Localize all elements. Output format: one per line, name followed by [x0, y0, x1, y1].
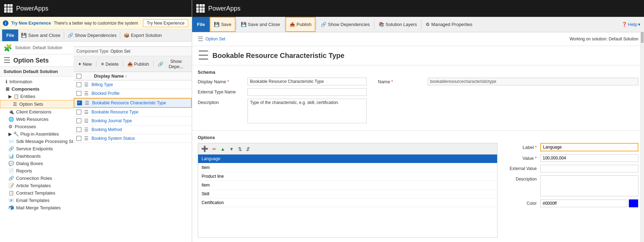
- list-item[interactable]: Product line: [198, 172, 497, 181]
- file-button-left[interactable]: File: [2, 30, 18, 41]
- table-row[interactable]: ☰ Booking Method: [74, 125, 192, 134]
- working-on-label: Working on solution: Default Solution: [569, 37, 638, 41]
- top-bar-right: PowerApps: [192, 0, 644, 17]
- show-deps-list-button[interactable]: 🔗 Show Depe...: [156, 58, 190, 70]
- opt-value-row: Value *: [502, 154, 638, 162]
- row-name[interactable]: Billing Type: [91, 82, 189, 87]
- row-name[interactable]: Bookable Resource Type: [91, 110, 189, 115]
- publish-button-right[interactable]: 📤 Publish: [285, 17, 316, 32]
- file-button-right[interactable]: File: [192, 17, 210, 32]
- waffle-icon-left[interactable]: [4, 4, 13, 13]
- sort-desc-button[interactable]: ⇵: [244, 145, 252, 153]
- move-up-button[interactable]: ▲: [219, 145, 227, 153]
- breadcrumb[interactable]: Option Set: [205, 37, 225, 41]
- name-input[interactable]: [428, 78, 638, 85]
- export-button-left[interactable]: 📦 Export Solution: [121, 32, 164, 39]
- save-close-button-right[interactable]: 💾 Save and Close: [237, 17, 284, 32]
- table-row[interactable]: ☰ Booking Journal Type: [74, 117, 192, 125]
- row-name[interactable]: Booking Journal Type: [91, 118, 189, 123]
- table-row[interactable]: ☰ Bookable Resource Type: [74, 108, 192, 117]
- opt-label-input[interactable]: [540, 143, 638, 151]
- row-checkbox[interactable]: [76, 136, 81, 141]
- export-icon-left: 📦: [124, 33, 129, 38]
- external-type-label: External Type Name: [198, 88, 243, 94]
- conn-roles-icon: 🔗: [8, 176, 14, 181]
- show-deps-button-right[interactable]: 🔗 Show Dependencies: [317, 17, 373, 32]
- list-item[interactable]: Item: [198, 163, 497, 172]
- row-checkbox[interactable]: [76, 82, 81, 87]
- add-option-button[interactable]: ➕: [199, 144, 210, 153]
- row-checkbox-checked[interactable]: [77, 100, 82, 105]
- row-checkbox[interactable]: [76, 91, 81, 96]
- opt-value-input[interactable]: [540, 154, 638, 162]
- solution-layers-button[interactable]: 📚 Solution Layers: [375, 17, 421, 32]
- option-sets-nav-icon: ☰: [13, 102, 17, 107]
- save-close-button-left[interactable]: 💾 Save and Close: [18, 32, 63, 39]
- select-all-checkbox[interactable]: [76, 74, 81, 79]
- external-type-input[interactable]: [248, 88, 367, 96]
- help-button[interactable]: ❓ Help ▾: [618, 20, 644, 28]
- publish-option-set-button[interactable]: 📤 Publish: [125, 60, 151, 68]
- publish-icon-right: 📤: [290, 22, 295, 27]
- save-button[interactable]: 💾 Save: [210, 17, 236, 32]
- description-textarea[interactable]: Type of the characteristic, e.g. skill, …: [248, 99, 367, 123]
- edit-option-button[interactable]: ✏: [211, 145, 218, 153]
- list-item[interactable]: Language: [198, 155, 497, 163]
- opt-label-label: Label *: [502, 145, 537, 150]
- top-bar-left: PowerApps: [0, 0, 192, 17]
- row-checkbox[interactable]: [76, 127, 81, 132]
- scrollbar-thumb[interactable]: [641, 32, 644, 43]
- list-item[interactable]: Certification: [198, 198, 497, 207]
- list-item[interactable]: Skill: [198, 190, 497, 198]
- delete-option-set-button[interactable]: ✕ Delete: [99, 60, 121, 68]
- opt-external-value-input[interactable]: [540, 165, 638, 172]
- try-new-experience-button[interactable]: Try New Experience: [143, 19, 189, 27]
- display-name-row: Display Name * Name *: [198, 78, 638, 85]
- row-name-selected[interactable]: Bookable Resource Characteristic Type: [92, 100, 188, 105]
- table-row[interactable]: ☰ Billing Type: [74, 80, 192, 89]
- app-title-left: PowerApps: [16, 5, 48, 12]
- row-checkbox[interactable]: [76, 110, 81, 115]
- sort-asc-button[interactable]: ⇅: [236, 145, 244, 153]
- opt-desc-row: Description: [502, 175, 638, 196]
- display-name-input[interactable]: [248, 78, 367, 85]
- move-down-button[interactable]: ▼: [228, 145, 236, 153]
- row-icon: ☰: [84, 118, 89, 124]
- sort-arrow[interactable]: ↑: [125, 74, 127, 78]
- row-icon: ☰: [84, 82, 89, 87]
- list-item[interactable]: Item: [198, 181, 497, 190]
- row-name[interactable]: Blocked Profile: [91, 91, 189, 96]
- detail-header-bar: ☰ Option Set Working on solution: Defaul…: [192, 32, 644, 46]
- color-input[interactable]: [540, 200, 627, 207]
- options-section: Options ➕ ✏ ▲ ▼: [192, 131, 644, 242]
- right-panel: PowerApps File 💾 Save 💾 Save and Close 📤…: [192, 0, 644, 242]
- opt-external-value-label: External Value: [502, 166, 537, 171]
- table-row-selected[interactable]: ☰ Bookable Resource Characteristic Type: [74, 98, 192, 108]
- save-icon: 💾: [214, 22, 219, 27]
- table-row[interactable]: ☰ Booking System Status: [74, 134, 192, 143]
- row-icon: ☰: [85, 100, 89, 106]
- show-deps-button-left[interactable]: 🔗 Show Dependencies: [65, 32, 119, 39]
- scrollbar-right[interactable]: [640, 32, 644, 242]
- detail-title: Bookable Resource Characteristic Type: [212, 52, 344, 60]
- managed-props-button[interactable]: ⚙ Managed Properties: [422, 17, 476, 32]
- color-swatch[interactable]: [629, 199, 638, 208]
- file-toolbar-right: File 💾 Save 💾 Save and Close 📤 Publish 🔗…: [192, 17, 644, 32]
- options-toolbar: ➕ ✏ ▲ ▼ ⇅: [198, 143, 497, 155]
- save-close-icon-left: 💾: [21, 33, 27, 38]
- row-name[interactable]: Booking Method: [91, 127, 189, 132]
- table-row[interactable]: ☰ Blocked Profile: [74, 89, 192, 98]
- opt-desc-textarea[interactable]: [540, 175, 638, 196]
- processes-icon: ⚙: [8, 124, 13, 129]
- new-option-set-button[interactable]: ✦ New: [76, 60, 94, 68]
- description-row: Description Type of the characteristic, …: [198, 99, 638, 123]
- row-name[interactable]: Booking System Status: [91, 136, 189, 141]
- row-checkbox[interactable]: [76, 118, 81, 123]
- row-icon: ☰: [84, 136, 89, 141]
- options-section-title: Options: [198, 135, 638, 140]
- row-icon: ☰: [84, 91, 89, 96]
- mail-merge-icon: 📬: [8, 205, 14, 210]
- description-label: Description: [198, 99, 243, 105]
- waffle-icon-right[interactable]: [196, 4, 205, 13]
- edit-icon: ✏: [212, 146, 216, 152]
